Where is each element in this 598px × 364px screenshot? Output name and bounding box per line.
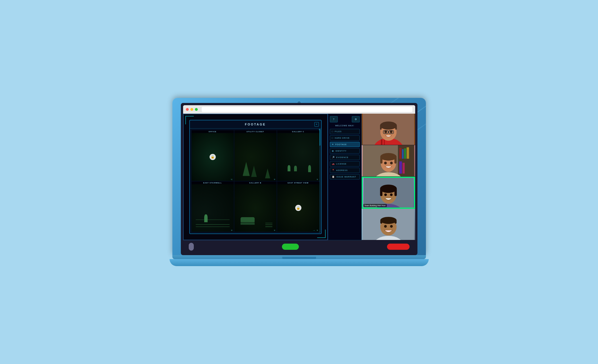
nav-issue-warrant[interactable]: 📋 ISSUE WARRANT xyxy=(330,174,360,179)
svg-rect-35 xyxy=(380,188,382,196)
participant-2-bg xyxy=(362,145,415,176)
svg-rect-18 xyxy=(404,148,406,159)
svg-point-6 xyxy=(380,122,397,130)
camera-feed-office: 🔒 °C xyxy=(192,133,234,181)
host-label: Team Building Hub Host xyxy=(363,204,387,207)
svg-point-46 xyxy=(384,225,387,228)
nav-identity[interactable]: ◉ IDENTITY xyxy=(330,148,360,154)
scroll-arrow: → xyxy=(313,229,315,232)
camera-feed-east-stairwell: °F xyxy=(192,184,234,232)
svg-rect-26 xyxy=(380,157,383,163)
green-action-button[interactable] xyxy=(282,244,299,250)
participant-3-host: Team Building Hub Host xyxy=(362,177,415,209)
end-call-button[interactable] xyxy=(387,244,410,250)
svg-rect-16 xyxy=(399,148,401,159)
surveillance-panel: FOOTAGE ✕ OFFICE xyxy=(183,114,328,240)
app-content: FOOTAGE ✕ OFFICE xyxy=(183,114,415,240)
nav-files[interactable]: □ FILES xyxy=(330,129,360,134)
svg-rect-21 xyxy=(403,163,405,174)
identity-icon: ◉ xyxy=(332,150,334,152)
svg-rect-45 xyxy=(395,221,397,224)
camera-cell-east-stairwell[interactable]: EAST STAIRWELL xyxy=(192,181,234,232)
svg-point-43 xyxy=(380,217,397,224)
modal-close-button[interactable]: ✕ xyxy=(314,122,319,127)
lock-icon-office: 🔒 xyxy=(210,154,216,160)
laptop-hinge-area xyxy=(172,255,426,259)
camera-temp-office: °C xyxy=(231,179,233,180)
svg-point-38 xyxy=(390,193,392,196)
participant-2 xyxy=(362,145,415,177)
nav-hard-drive[interactable]: □ HARD DRIVE xyxy=(330,135,360,141)
participant-3-avatar xyxy=(363,178,414,208)
footage-modal: FOOTAGE ✕ OFFICE xyxy=(189,120,322,234)
traffic-light-yellow[interactable] xyxy=(190,108,193,111)
laptop-lid: FOOTAGE ✕ OFFICE xyxy=(172,98,426,255)
camera-feed-utility-closet: °F xyxy=(234,133,277,181)
camera-label-east-street-view: EAST STREET VIEW xyxy=(277,181,319,184)
svg-point-47 xyxy=(390,225,393,228)
svg-rect-36 xyxy=(394,188,397,196)
svg-point-29 xyxy=(390,161,393,164)
svg-rect-17 xyxy=(402,149,404,159)
help-button[interactable]: ? xyxy=(330,116,338,122)
camera-cell-gallery-b[interactable]: GALLERY B xyxy=(234,181,277,232)
laptop-base xyxy=(170,259,429,266)
camera-label-east-stairwell: EAST STAIRWELL xyxy=(192,181,234,184)
svg-rect-8 xyxy=(395,125,397,129)
camera-feed-gallery-c: °F xyxy=(277,133,319,181)
camera-cell-office[interactable]: OFFICE 🔒 °C xyxy=(192,130,234,181)
nav-evidence[interactable]: 🔎 EVIDENCE xyxy=(330,155,360,160)
traffic-light-red[interactable] xyxy=(186,108,189,111)
participant-4-avatar xyxy=(362,209,415,240)
laptop-hinge xyxy=(282,257,316,259)
nav-address[interactable]: 📍 ADDRESS xyxy=(330,168,360,173)
browser-urlbar[interactable] xyxy=(202,107,412,112)
participant-3-bg: Team Building Hub Host xyxy=(362,177,415,208)
files-icon: □ xyxy=(332,130,334,133)
warrant-icon: 📋 xyxy=(332,176,335,178)
lock-icon-east-street: 🔒 xyxy=(295,205,301,211)
video-participants-panel: Team Building Hub Host xyxy=(362,114,415,240)
svg-point-25 xyxy=(380,153,397,161)
camera-cell-east-street-view[interactable]: EAST STREET VIEW 🔒 °F xyxy=(277,181,319,232)
camera-temp-east-street-view: °F xyxy=(316,230,318,231)
camera-feed-east-street-view: 🔒 °F xyxy=(277,184,319,232)
camera-temp-east-stairwell: °F xyxy=(231,230,232,231)
participant-1 xyxy=(362,114,415,145)
browser-titlebar xyxy=(183,105,415,114)
footage-icon: ✦ xyxy=(332,143,334,146)
camera-label-gallery-b: GALLERY B xyxy=(234,181,277,184)
camera-cell-gallery-c[interactable]: GALLERY C °F xyxy=(277,130,319,181)
traffic-light-green[interactable] xyxy=(195,108,198,111)
modal-titlebar: FOOTAGE ✕ xyxy=(190,120,321,129)
camera-temp-gallery-c: °F xyxy=(316,179,318,180)
welcome-message: WELCOME MAX! xyxy=(330,125,360,127)
svg-rect-7 xyxy=(380,125,382,129)
screen-bezel: FOOTAGE ✕ OFFICE xyxy=(181,103,417,255)
mic-button[interactable] xyxy=(189,243,194,251)
camera-temp-utility-closet: °F xyxy=(274,179,275,180)
browser-window: FOOTAGE ✕ OFFICE xyxy=(183,105,415,253)
settings-button[interactable]: ⚙ xyxy=(352,116,360,122)
svg-point-12 xyxy=(384,131,387,133)
camera-temp-gallery-b: °F xyxy=(274,230,275,231)
camera-feed-gallery-b: °F xyxy=(234,184,277,232)
camera-label-office: OFFICE xyxy=(192,130,234,133)
svg-rect-44 xyxy=(380,221,382,224)
bottom-toolbar xyxy=(183,240,415,253)
svg-rect-27 xyxy=(394,157,397,163)
side-panel-header: ? ⚙ xyxy=(330,116,360,122)
svg-point-37 xyxy=(384,193,387,196)
svg-rect-20 xyxy=(399,161,402,174)
svg-rect-19 xyxy=(406,147,409,158)
camera-cell-utility-closet[interactable]: UTILITY CLOSET °F xyxy=(234,130,277,181)
participant-4 xyxy=(362,209,415,240)
svg-point-13 xyxy=(390,131,392,133)
nav-license[interactable]: 🚗 LICENSE xyxy=(330,161,360,167)
participant-1-bg xyxy=(362,114,415,145)
nav-footage[interactable]: ✦ FOOTAGE xyxy=(330,142,360,147)
laptop-container: FOOTAGE ✕ OFFICE xyxy=(172,98,426,266)
side-navigation-panel: ? ⚙ WELCOME MAX! □ FILES xyxy=(328,114,362,240)
svg-point-28 xyxy=(384,161,387,164)
evidence-icon: 🔎 xyxy=(332,156,335,159)
